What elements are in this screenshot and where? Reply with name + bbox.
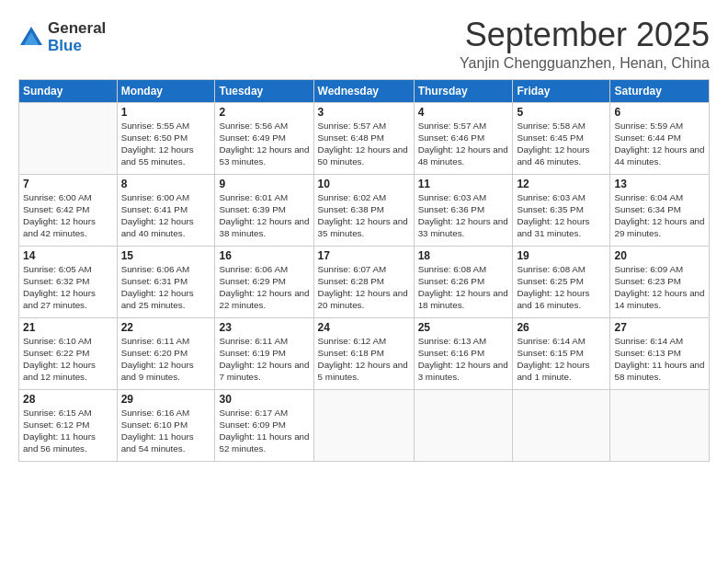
calendar-cell [513, 389, 610, 461]
day-number: 9 [219, 178, 309, 190]
day-number: 4 [418, 106, 509, 119]
day-info: Sunrise: 5:56 AMSunset: 6:49 PMDaylight:… [219, 120, 309, 168]
day-number: 15 [121, 249, 211, 262]
logo-text: General Blue [48, 20, 106, 54]
day-info: Sunrise: 6:17 AMSunset: 6:09 PMDaylight:… [219, 407, 309, 455]
day-number: 7 [23, 178, 113, 190]
calendar-week-4: 21Sunrise: 6:10 AMSunset: 6:22 PMDayligh… [19, 317, 710, 389]
day-info: Sunrise: 6:11 AMSunset: 6:19 PMDaylight:… [219, 335, 309, 384]
day-info: Sunrise: 6:09 AMSunset: 6:23 PMDaylight:… [614, 263, 705, 312]
day-number: 25 [418, 321, 509, 334]
calendar-cell: 10Sunrise: 6:02 AMSunset: 6:38 PMDayligh… [313, 174, 414, 246]
day-info: Sunrise: 6:06 AMSunset: 6:29 PMDaylight:… [219, 263, 309, 312]
logo-blue: Blue [48, 38, 106, 55]
calendar-cell: 11Sunrise: 6:03 AMSunset: 6:36 PMDayligh… [414, 174, 513, 246]
day-info: Sunrise: 6:08 AMSunset: 6:25 PMDaylight:… [517, 263, 606, 312]
day-number: 22 [121, 321, 211, 334]
day-info: Sunrise: 6:05 AMSunset: 6:32 PMDaylight:… [23, 263, 113, 312]
logo-icon [18, 25, 44, 51]
header: General Blue September 2025 Yanjin Cheng… [18, 17, 710, 72]
day-number: 2 [219, 106, 309, 119]
title-block: September 2025 Yanjin Chengguanzhen, Hen… [460, 17, 710, 72]
calendar-cell: 25Sunrise: 6:13 AMSunset: 6:16 PMDayligh… [414, 317, 513, 389]
calendar-week-3: 14Sunrise: 6:05 AMSunset: 6:32 PMDayligh… [19, 246, 710, 317]
day-info: Sunrise: 6:12 AMSunset: 6:18 PMDaylight:… [318, 335, 410, 384]
col-monday: Monday [117, 79, 215, 102]
logo-general: General [48, 20, 106, 38]
calendar-cell: 13Sunrise: 6:04 AMSunset: 6:34 PMDayligh… [610, 174, 710, 246]
day-info: Sunrise: 6:04 AMSunset: 6:34 PMDaylight:… [614, 191, 705, 240]
calendar-header-row: Sunday Monday Tuesday Wednesday Thursday… [19, 79, 710, 102]
calendar-cell: 6Sunrise: 5:59 AMSunset: 6:44 PMDaylight… [610, 102, 710, 174]
calendar-cell: 7Sunrise: 6:00 AMSunset: 6:42 PMDaylight… [19, 174, 118, 246]
day-number: 8 [121, 178, 211, 190]
calendar-cell: 20Sunrise: 6:09 AMSunset: 6:23 PMDayligh… [610, 246, 710, 317]
calendar-cell: 22Sunrise: 6:11 AMSunset: 6:20 PMDayligh… [117, 317, 215, 389]
day-info: Sunrise: 6:01 AMSunset: 6:39 PMDaylight:… [219, 191, 309, 240]
calendar-cell: 30Sunrise: 6:17 AMSunset: 6:09 PMDayligh… [215, 389, 313, 461]
calendar-cell: 16Sunrise: 6:06 AMSunset: 6:29 PMDayligh… [215, 246, 313, 317]
calendar-week-5: 28Sunrise: 6:15 AMSunset: 6:12 PMDayligh… [19, 389, 710, 461]
day-number: 29 [121, 393, 211, 406]
calendar-cell: 26Sunrise: 6:14 AMSunset: 6:15 PMDayligh… [513, 317, 610, 389]
day-number: 12 [517, 178, 606, 190]
day-number: 10 [318, 178, 410, 190]
calendar-cell: 27Sunrise: 6:14 AMSunset: 6:13 PMDayligh… [610, 317, 710, 389]
day-info: Sunrise: 6:13 AMSunset: 6:16 PMDaylight:… [418, 335, 509, 384]
calendar-cell: 23Sunrise: 6:11 AMSunset: 6:19 PMDayligh… [215, 317, 313, 389]
day-number: 24 [318, 321, 410, 334]
col-tuesday: Tuesday [215, 79, 313, 102]
day-info: Sunrise: 6:14 AMSunset: 6:13 PMDaylight:… [614, 335, 705, 384]
day-info: Sunrise: 6:03 AMSunset: 6:36 PMDaylight:… [418, 191, 509, 240]
day-info: Sunrise: 6:03 AMSunset: 6:35 PMDaylight:… [517, 191, 606, 240]
day-info: Sunrise: 6:00 AMSunset: 6:42 PMDaylight:… [23, 191, 113, 240]
calendar-cell [414, 389, 513, 461]
col-saturday: Saturday [610, 79, 710, 102]
day-info: Sunrise: 6:00 AMSunset: 6:41 PMDaylight:… [121, 191, 211, 240]
calendar-cell: 9Sunrise: 6:01 AMSunset: 6:39 PMDaylight… [215, 174, 313, 246]
day-info: Sunrise: 6:16 AMSunset: 6:10 PMDaylight:… [121, 407, 211, 455]
day-number: 16 [219, 249, 309, 262]
day-info: Sunrise: 6:11 AMSunset: 6:20 PMDaylight:… [121, 335, 211, 384]
day-number: 5 [517, 106, 606, 119]
day-info: Sunrise: 6:08 AMSunset: 6:26 PMDaylight:… [418, 263, 509, 312]
calendar-cell: 18Sunrise: 6:08 AMSunset: 6:26 PMDayligh… [414, 246, 513, 317]
day-number: 21 [23, 321, 113, 334]
calendar-cell: 24Sunrise: 6:12 AMSunset: 6:18 PMDayligh… [313, 317, 414, 389]
day-number: 18 [418, 249, 509, 262]
calendar-cell: 3Sunrise: 5:57 AMSunset: 6:48 PMDaylight… [313, 102, 414, 174]
day-info: Sunrise: 6:07 AMSunset: 6:28 PMDaylight:… [318, 263, 410, 312]
calendar-cell: 1Sunrise: 5:55 AMSunset: 6:50 PMDaylight… [117, 102, 215, 174]
page: General Blue September 2025 Yanjin Cheng… [0, 0, 728, 563]
day-number: 23 [219, 321, 309, 334]
calendar-cell: 14Sunrise: 6:05 AMSunset: 6:32 PMDayligh… [19, 246, 118, 317]
day-info: Sunrise: 6:10 AMSunset: 6:22 PMDaylight:… [23, 335, 113, 384]
day-number: 6 [614, 106, 705, 119]
day-number: 3 [318, 106, 410, 119]
day-info: Sunrise: 5:57 AMSunset: 6:48 PMDaylight:… [318, 120, 410, 168]
calendar-cell: 5Sunrise: 5:58 AMSunset: 6:45 PMDaylight… [513, 102, 610, 174]
day-number: 1 [121, 106, 211, 119]
day-number: 17 [318, 249, 410, 262]
calendar-cell [313, 389, 414, 461]
calendar-cell [19, 102, 118, 174]
day-number: 28 [23, 393, 113, 406]
day-number: 13 [614, 178, 705, 190]
calendar-cell: 19Sunrise: 6:08 AMSunset: 6:25 PMDayligh… [513, 246, 610, 317]
day-info: Sunrise: 6:14 AMSunset: 6:15 PMDaylight:… [517, 335, 606, 384]
day-info: Sunrise: 5:55 AMSunset: 6:50 PMDaylight:… [121, 120, 211, 168]
calendar-cell: 28Sunrise: 6:15 AMSunset: 6:12 PMDayligh… [19, 389, 118, 461]
calendar-week-1: 1Sunrise: 5:55 AMSunset: 6:50 PMDaylight… [19, 102, 710, 174]
calendar-week-2: 7Sunrise: 6:00 AMSunset: 6:42 PMDaylight… [19, 174, 710, 246]
calendar-cell: 29Sunrise: 6:16 AMSunset: 6:10 PMDayligh… [117, 389, 215, 461]
day-info: Sunrise: 5:58 AMSunset: 6:45 PMDaylight:… [517, 120, 606, 168]
day-info: Sunrise: 5:59 AMSunset: 6:44 PMDaylight:… [614, 120, 705, 168]
day-number: 11 [418, 178, 509, 190]
calendar-table: Sunday Monday Tuesday Wednesday Thursday… [18, 79, 710, 462]
day-info: Sunrise: 6:02 AMSunset: 6:38 PMDaylight:… [318, 191, 410, 240]
calendar-cell: 2Sunrise: 5:56 AMSunset: 6:49 PMDaylight… [215, 102, 313, 174]
day-number: 14 [23, 249, 113, 262]
calendar-cell: 21Sunrise: 6:10 AMSunset: 6:22 PMDayligh… [19, 317, 118, 389]
calendar-cell: 4Sunrise: 5:57 AMSunset: 6:46 PMDaylight… [414, 102, 513, 174]
logo: General Blue [18, 20, 106, 54]
